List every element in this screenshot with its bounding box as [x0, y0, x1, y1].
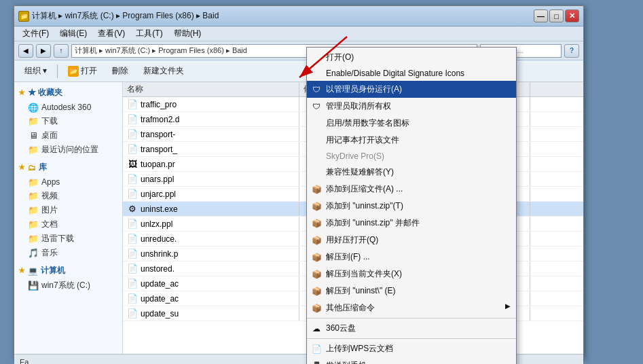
file-name: unstored. [141, 264, 174, 274]
sidebar-item-download[interactable]: 📁 下载 [14, 114, 122, 128]
context-menu-item[interactable]: 📦用好压打开(Q) [307, 232, 516, 249]
sidebar-item-docs[interactable]: 📁 文档 [14, 217, 122, 232]
file-name: update_ac [141, 294, 179, 304]
context-menu-item[interactable]: 📦其他压缩命令▶ [307, 299, 516, 316]
ctx-item-icon: 📄 [311, 344, 322, 354]
ctx-item-icon: 🛡 [311, 84, 322, 95]
ctx-item-icon: 📦 [311, 269, 322, 280]
context-menu-item[interactable]: 📦解压到当前文件夹(X) [307, 266, 516, 283]
window-controls: — □ ✕ [534, 10, 579, 22]
context-menu-item[interactable]: ☁360云盘 [307, 320, 516, 337]
back-button[interactable]: ◀ [18, 44, 33, 58]
menu-file[interactable]: 文件(F) [17, 26, 54, 41]
explorer-window: 📁 计算机 ▸ win7系统 (C:) ▸ Program Files (x86… [14, 5, 584, 359]
ctx-item-icon: 📦 [311, 286, 322, 297]
context-menu-item[interactable]: SkyDrive Pro(S) [307, 149, 516, 164]
context-menu-item[interactable]: 📦添加到 "uninst.zip" 并邮件 [307, 215, 516, 232]
context-menu-item[interactable]: 用记事本打开该文件 [307, 132, 516, 149]
context-menu-item[interactable]: 兼容性疑难解答(Y) [307, 164, 516, 181]
close-button[interactable]: ✕ [565, 10, 579, 22]
ctx-item-icon: 📦 [311, 252, 322, 263]
sidebar-item-autodesk[interactable]: 🌐 Autodesk 360 [14, 101, 122, 114]
file-icon: ⚙ [127, 204, 138, 215]
ctx-item-icon: 📦 [311, 184, 322, 195]
sidebar-item-xunlei[interactable]: 📁 迅雷下载 [14, 232, 122, 246]
ctx-item-icon: ☁ [311, 323, 322, 334]
context-menu-item[interactable]: 🛡管理员取消所有权 [307, 98, 516, 115]
maximize-button[interactable]: □ [549, 10, 564, 22]
sidebar-item-recent[interactable]: 📁 最近访问的位置 [14, 143, 122, 157]
ctx-submenu-arrow: ▶ [505, 302, 511, 310]
help-button[interactable]: ? [564, 44, 579, 58]
sidebar-item-apps[interactable]: 📁 Apps [14, 175, 122, 189]
file-name: traffic_pro [141, 100, 177, 109]
apps-icon: 📁 [28, 177, 39, 187]
new-folder-button[interactable]: 新建文件夹 [137, 62, 190, 80]
forward-button[interactable]: ▶ [36, 44, 51, 58]
file-icon: 📄 [127, 263, 138, 274]
context-menu-item[interactable]: 打开(O) [307, 49, 516, 66]
file-icon: 🖼 [127, 159, 138, 170]
up-button[interactable]: ↑ [54, 44, 69, 58]
recent-icon: 📁 [28, 145, 39, 156]
context-menu-item[interactable]: 📄上传到WPS云文档 [307, 340, 516, 357]
context-menu-item[interactable]: 📱发送到手机 [307, 357, 516, 364]
ctx-item-label: SkyDrive Pro(S) [326, 151, 384, 161]
context-menu-item[interactable]: Enable/Disable Digital Signature Icons [307, 66, 516, 81]
menu-tools[interactable]: 工具(T) [130, 26, 168, 41]
file-icon: 📄 [127, 234, 138, 244]
ctx-item-label: 360云盘 [326, 323, 356, 333]
delete-button[interactable]: 刪除 [106, 62, 134, 80]
context-menu-item[interactable]: 🛡以管理员身份运行(A) [307, 81, 516, 98]
minimize-button[interactable]: — [534, 10, 548, 22]
file-name: update_ac [141, 279, 179, 289]
sidebar-item-desktop[interactable]: 🖥 桌面 [14, 128, 122, 143]
file-name: transport- [141, 130, 175, 139]
menu-edit[interactable]: 编辑(E) [54, 26, 92, 41]
desktop-icon: 🖥 [28, 130, 39, 141]
file-name: unshrink.p [141, 249, 178, 259]
file-icon: 📄 [127, 114, 138, 125]
ctx-item-label: Enable/Disable Digital Signature Icons [326, 69, 464, 78]
file-icon: 📄 [127, 144, 138, 155]
menu-help[interactable]: 帮助(H) [168, 26, 207, 41]
context-menu-item[interactable]: 📦添加到压缩文件(A) ... [307, 181, 516, 198]
file-name: tuopan.pr [141, 160, 175, 169]
context-menu-item[interactable]: 📦解压到(F) ... [307, 249, 516, 266]
library-section: 🗂 库 📁 Apps 📁 视频 📁 图片 📁 文档 [14, 160, 122, 260]
file-name: unjarc.ppl [141, 189, 176, 199]
sidebar-item-video[interactable]: 📁 视频 [14, 189, 122, 203]
autodesk-icon: 🌐 [28, 102, 39, 113]
file-icon: 📄 [127, 99, 138, 110]
window-title: 计算机 ▸ win7系统 (C:) ▸ Program Files (x86) … [32, 10, 534, 22]
computer-header[interactable]: 💻 计算机 [14, 263, 122, 278]
menu-view[interactable]: 查看(V) [92, 26, 130, 41]
window-icon: 📁 [18, 11, 29, 22]
file-icon: 📄 [127, 219, 138, 230]
toolbar-divider [57, 65, 58, 78]
pictures-icon: 📁 [28, 205, 39, 216]
ctx-item-label: 解压到 "uninst\" (E) [326, 286, 396, 295]
sidebar-item-music[interactable]: 🎵 音乐 [14, 246, 122, 260]
music-icon: 🎵 [28, 248, 39, 259]
context-menu-item[interactable]: 启用/禁用数字签名图标 [307, 115, 516, 132]
open-button[interactable]: 📂 打开 [62, 62, 103, 80]
ctx-item-label: 添加到 "uninst.zip"(T) [326, 201, 403, 211]
ctx-item-label: 发送到手机 [326, 361, 367, 364]
context-menu-divider [307, 318, 516, 318]
ctx-item-icon: 📦 [311, 235, 322, 246]
library-header[interactable]: 🗂 库 [14, 160, 122, 175]
column-name[interactable]: 名称 [123, 82, 299, 96]
ctx-item-label: 解压到当前文件夹(X) [326, 269, 402, 278]
context-menu-item[interactable]: 📦解压到 "uninst\" (E) [307, 283, 516, 299]
favorites-section: ★ 收藏夹 🌐 Autodesk 360 📁 下载 🖥 桌面 📁 最近访问的位置 [14, 85, 122, 157]
ctx-item-label: 用记事本打开该文件 [326, 135, 399, 145]
context-menu-item[interactable]: 📦添加到 "uninst.zip"(T) [307, 198, 516, 215]
organize-button[interactable]: 组织 ▾ [18, 62, 53, 80]
sidebar-item-c-drive[interactable]: 💾 win7系统 (C:) [14, 278, 122, 293]
sidebar-item-pictures[interactable]: 📁 图片 [14, 203, 122, 217]
context-menu: 打开(O)Enable/Disable Digital Signature Ic… [306, 47, 517, 364]
favorites-header[interactable]: ★ 收藏夹 [14, 85, 122, 101]
ctx-item-label: 管理员取消所有权 [326, 101, 391, 111]
ctx-item-label: 启用/禁用数字签名图标 [326, 118, 409, 128]
